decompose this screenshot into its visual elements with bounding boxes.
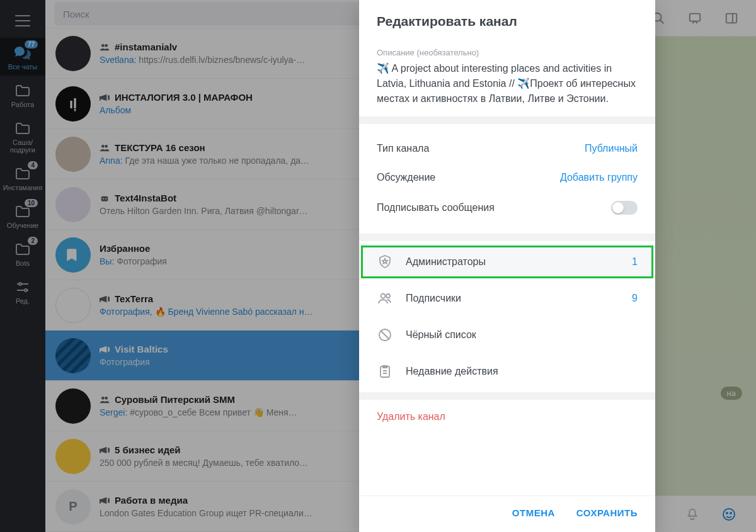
mgmt-row-recent[interactable]: Недавние действия (359, 353, 655, 390)
mgmt-label: Администраторы (406, 256, 486, 268)
mgmt-row-admins[interactable]: Администраторы 1 (359, 244, 655, 280)
sign-messages-toggle[interactable] (611, 201, 638, 215)
mgmt-row-blacklist[interactable]: Чёрный список (359, 317, 655, 353)
cancel-button[interactable]: ОТМЕНА (512, 507, 555, 518)
discussion-row[interactable]: Обсуждение Добавить группу (377, 163, 638, 192)
mgmt-label: Подписчики (406, 293, 461, 304)
mgmt-icon (377, 254, 393, 270)
mgmt-count: 9 (632, 293, 638, 304)
sign-messages-row[interactable]: Подписывать сообщения (377, 192, 638, 224)
description-section: Описание (необязательно) ✈️ A project ab… (359, 38, 655, 116)
modal-footer: ОТМЕНА СОХРАНИТЬ (359, 495, 655, 532)
mgmt-count: 1 (632, 256, 638, 268)
mgmt-icon (377, 327, 393, 343)
management-section: Администраторы 1 Подписчики 9 Чёрный спи… (359, 234, 655, 392)
delete-channel-button[interactable]: Удалить канал (359, 392, 655, 434)
mgmt-icon (377, 290, 393, 307)
svg-point-18 (386, 294, 390, 298)
description-label: Описание (необязательно) (377, 48, 638, 57)
save-button[interactable]: СОХРАНИТЬ (576, 507, 638, 518)
svg-point-17 (381, 294, 386, 298)
settings-section: Тип канала Публичный Обсуждение Добавить… (359, 116, 655, 234)
mgmt-icon (377, 363, 393, 380)
mgmt-label: Недавние действия (406, 366, 498, 377)
mgmt-row-subscribers[interactable]: Подписчики 9 (359, 280, 655, 317)
mgmt-label: Чёрный список (406, 329, 476, 341)
channel-type-row[interactable]: Тип канала Публичный (377, 134, 638, 163)
description-field[interactable]: ✈️ A project about interesting places an… (377, 61, 638, 106)
modal-title: Редактировать канал (359, 0, 655, 38)
edit-channel-modal: Редактировать канал Описание (необязател… (359, 0, 655, 532)
